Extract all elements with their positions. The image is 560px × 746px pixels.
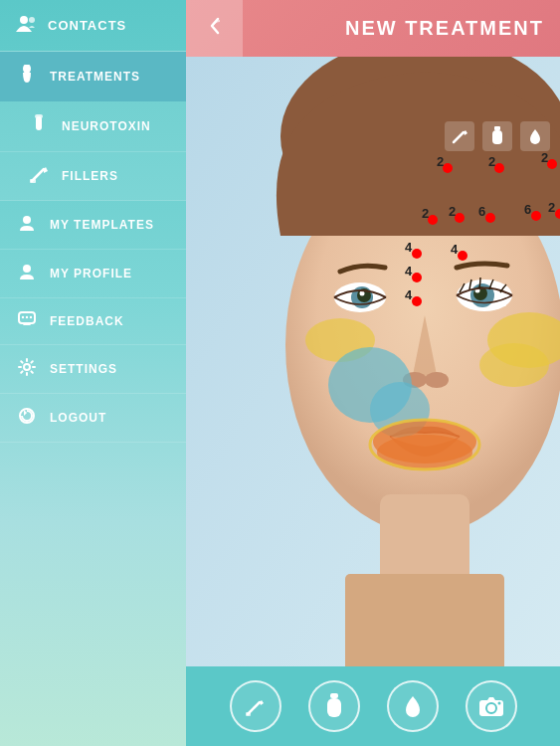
sidebar-item-fillers[interactable]: FILLERS [0,152,186,201]
svg-point-52 [455,213,465,223]
sidebar-item-templates[interactable]: MY TEMPLATES [0,201,186,250]
svg-rect-4 [35,114,43,118]
svg-rect-25 [345,574,504,666]
back-icon [204,15,226,43]
svg-marker-18 [464,130,467,135]
drop-button[interactable] [387,680,439,732]
logout-label: LOGOUT [50,411,106,425]
svg-point-48 [547,159,557,169]
svg-marker-16 [24,410,27,416]
sidebar-item-feedback[interactable]: FEEDBACK [0,298,186,345]
treatments-icon [16,65,38,89]
sidebar-item-profile[interactable]: MY PROFILE [0,250,186,298]
svg-point-60 [412,249,422,259]
templates-label: MY TEMPLATES [50,218,154,232]
svg-point-44 [443,163,453,173]
svg-rect-71 [246,712,251,716]
svg-point-0 [20,16,28,24]
svg-rect-3 [36,116,42,130]
svg-point-8 [23,216,31,224]
svg-point-54 [485,213,495,223]
svg-point-50 [428,215,438,225]
svg-text:4: 4 [405,287,413,302]
page-title: NEW TREATMENT [345,17,544,40]
sidebar-item-logout[interactable]: LOGOUT [0,394,186,443]
neurotoxin-icon [28,114,50,138]
svg-text:4: 4 [451,242,459,257]
svg-point-56 [531,211,541,221]
svg-point-76 [497,702,500,705]
svg-rect-72 [330,693,338,698]
svg-point-46 [494,163,504,173]
back-button[interactable] [186,0,243,57]
svg-point-35 [425,372,449,388]
main-header: NEW TREATMENT [186,0,560,57]
svg-text:6: 6 [478,204,485,219]
face-area: 2 2 2 2 2 6 6 2 4 4 4 4 [186,57,560,666]
svg-point-11 [22,316,24,318]
main-content: NEW TREATMENT [186,0,560,746]
svg-text:4: 4 [405,264,413,279]
face-toolbar [435,113,560,159]
feedback-label: FEEDBACK [50,314,124,328]
templates-icon [16,214,38,236]
bottom-toolbar [186,666,560,746]
svg-point-66 [458,251,467,261]
tool-bottle[interactable] [482,121,512,151]
svg-point-14 [24,364,30,370]
svg-rect-19 [494,126,500,130]
svg-marker-69 [260,700,264,705]
settings-icon [16,358,38,380]
svg-point-2 [23,65,31,74]
svg-text:2: 2 [548,200,555,215]
syringe-button[interactable] [230,680,281,732]
svg-point-37 [479,343,549,387]
svg-rect-20 [492,130,502,144]
svg-point-13 [30,316,32,318]
svg-rect-7 [30,179,36,183]
svg-text:6: 6 [524,202,531,217]
svg-text:2: 2 [422,206,429,221]
svg-point-12 [26,316,28,318]
sidebar-item-neurotoxin[interactable]: NEUROTOXIN [0,101,186,152]
fillers-label: FILLERS [62,169,118,183]
bottle-button[interactable] [308,680,360,732]
logout-icon [16,407,38,429]
svg-text:2: 2 [449,204,456,219]
tool-needle[interactable] [445,121,474,151]
svg-point-64 [412,296,422,306]
sidebar-item-contacts[interactable]: CONTACTS [0,0,186,52]
svg-point-33 [360,291,365,296]
camera-button[interactable] [466,680,517,732]
svg-text:4: 4 [405,240,413,255]
sidebar: CONTACTS TREATMENTS NEUROTOXIN F [0,0,186,746]
svg-rect-73 [327,698,341,717]
sidebar-item-settings[interactable]: SETTINGS [0,345,186,394]
treatments-label: TREATMENTS [50,70,140,84]
svg-point-9 [23,265,31,273]
svg-marker-6 [44,167,48,173]
feedback-icon [16,311,38,331]
neurotoxin-label: NEUROTOXIN [62,119,151,133]
svg-line-70 [254,705,257,708]
sidebar-item-treatments[interactable]: TREATMENTS [0,52,186,101]
svg-line-17 [454,132,464,142]
svg-point-1 [29,17,35,23]
fillers-icon [28,165,50,187]
profile-icon [16,263,38,284]
settings-label: SETTINGS [50,362,117,376]
tool-drop[interactable] [520,121,550,151]
contacts-label: CONTACTS [48,18,126,33]
contacts-icon [16,14,38,37]
profile-label: MY PROFILE [50,267,132,280]
svg-point-62 [412,273,422,282]
